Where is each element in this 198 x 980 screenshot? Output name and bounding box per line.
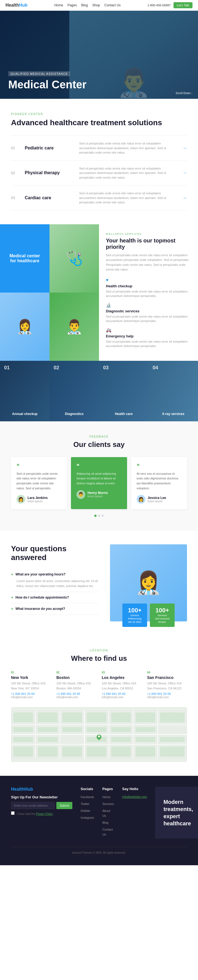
author-role-3: lorem ipsum (148, 500, 166, 503)
page-services[interactable]: Services (102, 802, 114, 805)
locations-grid: 01 New York 100 5th Street, Office 419Ne… (11, 671, 187, 699)
hero-title: Medical Center (8, 78, 87, 91)
nav-home[interactable]: Home (54, 3, 63, 7)
privacy-checkbox[interactable] (11, 811, 14, 815)
quote-icon-3: ❝ (137, 463, 182, 469)
socials-list: Facebook Twitter Dribble Instagram (81, 794, 94, 820)
faq-q-text-1: What are your operating hours? (16, 573, 65, 576)
quote-icon-2: ❝ (76, 463, 121, 469)
checkup-label-2: Diagnostics (65, 412, 84, 416)
faq-q-text-3: What insurance do you accept? (16, 607, 65, 611)
checkup-label-1: Annual checkup (12, 412, 38, 416)
logo: HealthHub (5, 3, 27, 8)
doctors-stat-label: DoctorsReferencing site de dolor (127, 614, 143, 624)
author-1: 👩 Lara Jenkins lorem ipsum (16, 495, 61, 504)
emergency-desc: Sed ut perspiciatis unde omnis iste natu… (106, 339, 191, 348)
page-home[interactable]: Home (102, 795, 110, 799)
faq-question-3[interactable]: + What insurance do you accept? (11, 606, 99, 611)
dot-3[interactable] (101, 515, 104, 517)
nav-pages[interactable]: Pages (67, 3, 77, 7)
svg-rect-30 (38, 747, 57, 757)
cta-button[interactable]: Let's Talk (174, 2, 193, 8)
social-facebook[interactable]: Facebook (81, 795, 94, 799)
svg-rect-26 (111, 737, 131, 742)
footer: HealthHub Sign Up For Our Newsletter Sub… (0, 776, 198, 865)
contact-email[interactable]: info@website.com (122, 795, 147, 799)
social-dribble[interactable]: Dribble (81, 809, 90, 812)
svg-rect-21 (111, 727, 131, 732)
author-name-3: Jessica Lee (148, 496, 166, 500)
newsletter-submit[interactable]: Submit (56, 802, 72, 809)
faq-question-2[interactable]: + How do I schedule appointments? (11, 595, 99, 600)
checkup-item-3[interactable]: 03 Health care (99, 361, 149, 422)
hero-section: 👨‍⚕️ Qualified medical assistance Medica… (0, 11, 198, 99)
diagnostic-icon: 🔬 (106, 302, 191, 308)
services-tag: PIONEER CENTER (11, 113, 187, 116)
dot-1[interactable] (94, 515, 97, 517)
footer-top: HealthHub Sign Up For Our Newsletter Sub… (11, 787, 187, 838)
location-address-1: 100 5th Street, Office 419New York, NY 1… (11, 681, 51, 691)
svg-rect-19 (62, 727, 82, 732)
page-contact[interactable]: Contact Us (102, 828, 113, 836)
service-arrow-1[interactable]: → (182, 146, 187, 151)
svg-rect-25 (87, 737, 106, 742)
nav-blog[interactable]: Blog (81, 3, 88, 7)
footer-tagline: Modern treatments, expert healthcare (163, 799, 193, 827)
svg-rect-11 (38, 713, 57, 722)
checkup-item-2[interactable]: 02 Diagnostics (49, 361, 99, 422)
location-email-1: info@email.com (11, 695, 51, 699)
checkup-banner: 01 Annual checkup 02 Diagnostics 03 Heal… (0, 361, 198, 422)
pages-list: Home Services About Us Blog Contact Us (102, 794, 114, 837)
avatar-3: 👩 (137, 495, 146, 504)
stats-cards: 100+ DoctorsReferencing site de dolor 10… (122, 603, 174, 627)
svg-rect-15 (136, 713, 155, 722)
quote-icon-1: ❝ (16, 463, 61, 469)
services-stat-label: ServicesSed eiusmod tempor (154, 614, 171, 624)
hero-doctors-icon: 👨‍⚕️ (69, 11, 198, 99)
privacy-link[interactable]: Privacy Policy (36, 812, 53, 815)
social-instagram[interactable]: Instagram (81, 816, 94, 819)
service-item-1: 01 Pediatric care Sed ut perspiciatis un… (11, 136, 187, 161)
hero-content: Qualified medical assistance Medical Cen… (8, 71, 87, 91)
medical-center-label: Medical center for healthcare (7, 253, 43, 263)
location-email-4: info@email.com (147, 695, 187, 699)
diagnostic-title: Diagnostic services (106, 309, 191, 313)
nav: Home Pages Blog Shop Contact Us (54, 3, 120, 7)
service-arrow-2[interactable]: → (182, 170, 187, 175)
stethoscope-image: 🩺 (49, 224, 99, 293)
location-city-4: San Francisco (147, 675, 187, 680)
copyright: Around Themes © 2024. All rights reserve… (72, 851, 126, 854)
svg-rect-20 (87, 727, 106, 732)
nav-contact[interactable]: Contact Us (105, 3, 121, 7)
faq-title: Your questions answered (11, 544, 99, 562)
pages-title: Pages (102, 787, 114, 791)
newsletter-input[interactable] (11, 802, 55, 809)
faq-question-1[interactable]: + What are your operating hours? (11, 572, 99, 577)
emergency-icon: 🚑 (106, 328, 191, 333)
checkup-label-3: Health care (115, 412, 133, 416)
services-stat-num: 100+ (154, 607, 171, 614)
svg-rect-35 (160, 747, 185, 757)
wellness-service-2: 🔬 Diagnostic services Sed ut perspiciati… (106, 302, 191, 323)
service-item-3: 03 Cardiac care Sed ut perspiciatis unde… (11, 186, 187, 210)
location-num-2: 02 (56, 671, 96, 674)
page-about[interactable]: About Us (102, 809, 110, 817)
page-blog[interactable]: Blog (102, 821, 108, 824)
social-twitter[interactable]: Twitter (81, 802, 89, 805)
service-desc-1: Sed ut perspiciatis unde omnis iste natu… (79, 141, 177, 155)
feedback-tag: FEEDBACK (11, 435, 187, 438)
svg-rect-33 (111, 747, 131, 757)
checkup-item-1[interactable]: 01 Annual checkup (0, 361, 49, 422)
service-num-2: 02 (11, 171, 19, 175)
nav-shop[interactable]: Shop (92, 3, 100, 7)
author-3: 👩 Jessica Lee lorem ipsum (137, 495, 182, 504)
svg-rect-32 (87, 747, 106, 757)
footer-logo: HealthHub (11, 787, 72, 792)
health-checkup-desc: Sed ut perspiciatis unde omnis iste natu… (106, 289, 191, 298)
service-arrow-3[interactable]: → (182, 196, 187, 200)
wellness-service-3: 🚑 Emergency help Sed ut perspiciatis und… (106, 328, 191, 348)
feedback-title: Our clients say (11, 440, 187, 449)
checkup-item-4[interactable]: 04 X-ray services (149, 361, 198, 422)
dot-2[interactable] (98, 515, 100, 517)
carousel-dots (11, 515, 187, 517)
